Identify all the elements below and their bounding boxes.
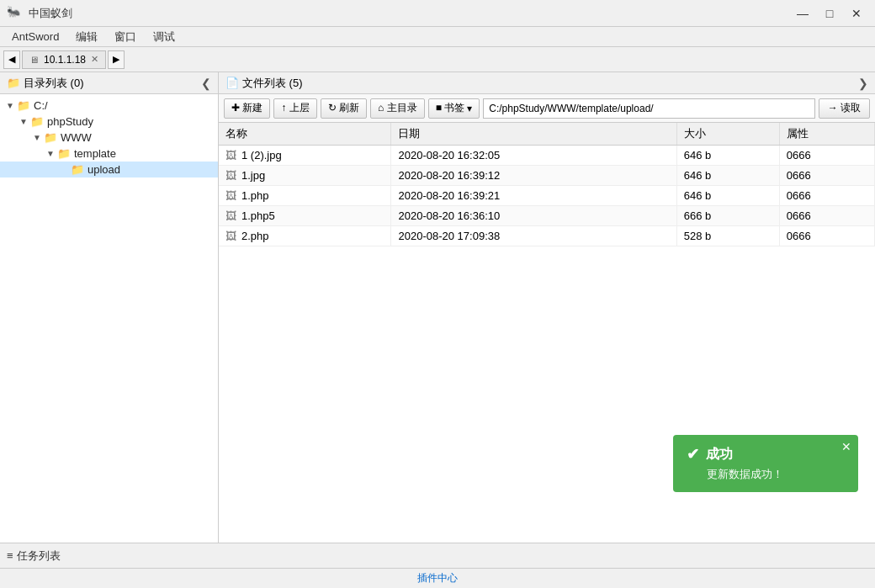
app-icon: 🐜 — [7, 5, 24, 22]
tree-item-www[interactable]: ▼ 📁 WWW — [0, 130, 218, 146]
title-bar: 🐜 中国蚁剑 — □ ✕ — [0, 0, 875, 27]
tab-icon: 🖥 — [29, 55, 39, 65]
left-panel-title: 目录列表 (0) — [24, 76, 84, 91]
left-panel-collapse[interactable]: ❮ — [201, 77, 211, 90]
new-button[interactable]: ✚ 新建 — [224, 98, 270, 119]
folder-icon-phpstudy: 📁 — [30, 115, 44, 128]
tree-item-c[interactable]: ▼ 📁 C:/ — [0, 98, 218, 114]
file-date-cell: 2020-08-20 16:32:05 — [391, 146, 676, 166]
file-name-cell: 🖼1.jpg — [219, 166, 391, 186]
toast-message: 更新数据成功！ — [687, 467, 825, 482]
toast-notification: ✕ ✔ 成功 更新数据成功！ — [673, 435, 858, 492]
file-size-cell: 646 b — [676, 166, 779, 186]
file-attr-cell: 0666 — [779, 206, 874, 226]
menu-edit[interactable]: 编辑 — [67, 28, 106, 46]
folder-icon: 📁 — [7, 77, 20, 89]
tree-toggle-c: ▼ — [3, 101, 17, 110]
file-name-cell: 🖼1.php5 — [219, 206, 391, 226]
maximize-button[interactable]: □ — [818, 5, 841, 22]
left-panel-header: 📁 目录列表 (0) ❮ — [0, 72, 218, 94]
menu-debug[interactable]: 调试 — [145, 28, 183, 46]
tree-label-template: template — [74, 147, 116, 160]
file-icon: 🖼 — [225, 209, 236, 222]
table-row[interactable]: 🖼1.php52020-08-20 16:36:10666 b0666 — [219, 206, 875, 226]
tab-nav-right[interactable]: ▶ — [108, 50, 125, 69]
bookmark-arrow-icon: ▾ — [467, 103, 472, 114]
file-attr-cell: 0666 — [779, 166, 874, 186]
refresh-button[interactable]: ↻ 刷新 — [321, 98, 367, 119]
tree-label-upload: upload — [88, 163, 120, 176]
menu-window[interactable]: 窗口 — [106, 28, 145, 46]
file-icon: 🖼 — [225, 189, 236, 202]
file-attr-cell: 0666 — [779, 226, 874, 246]
file-name-cell: 🖼1 (2).jpg — [219, 146, 391, 166]
window-controls: — □ ✕ — [791, 5, 868, 22]
file-size-cell: 646 b — [676, 186, 779, 206]
col-size: 大小 — [676, 123, 779, 146]
tree-item-upload[interactable]: 📁 upload — [0, 162, 218, 177]
tree-label-phpstudy: phpStudy — [47, 115, 93, 128]
file-name-cell: 🖼2.php — [219, 226, 391, 246]
left-panel-title-area: 📁 目录列表 (0) — [7, 76, 84, 91]
home-button[interactable]: ⌂ 主目录 — [370, 98, 425, 119]
file-icon: 🖼 — [225, 149, 236, 162]
task-bar-label: 任务列表 — [17, 548, 61, 564]
plugin-bar-label: 插件中心 — [417, 571, 458, 585]
col-name: 名称 — [219, 123, 391, 146]
right-panel-title: 文件列表 (5) — [242, 76, 303, 91]
minimize-button[interactable]: — — [791, 5, 814, 22]
tree-label-www: WWW — [61, 131, 92, 144]
file-size-cell: 528 b — [676, 226, 779, 246]
folder-icon-upload: 📁 — [71, 163, 84, 176]
file-name-cell: 🖼1.php — [219, 186, 391, 206]
path-input[interactable] — [483, 98, 814, 119]
table-row[interactable]: 🖼1 (2).jpg2020-08-20 16:32:05646 b0666 — [219, 146, 875, 166]
tree-item-template[interactable]: ▼ 📁 template — [0, 146, 218, 162]
tree-toggle-template: ▼ — [44, 149, 57, 158]
tab-close-icon[interactable]: ✕ — [91, 54, 98, 65]
read-button[interactable]: → 读取 — [819, 98, 870, 119]
folder-icon-www: 📁 — [44, 131, 57, 144]
bookmark-button[interactable]: ■ 书签 ▾ — [428, 98, 480, 119]
file-date-cell: 2020-08-20 16:36:10 — [391, 206, 676, 226]
tree-toggle-phpstudy: ▼ — [17, 117, 30, 126]
task-bar-icon: ≡ — [7, 549, 13, 562]
file-icon: 🖼 — [225, 169, 236, 182]
tab-label: 10.1.1.18 — [44, 54, 86, 66]
tree-item-phpstudy[interactable]: ▼ 📁 phpStudy — [0, 114, 218, 130]
file-date-cell: 2020-08-20 16:39:21 — [391, 186, 676, 206]
file-icon: 🖼 — [225, 230, 236, 242]
up-button[interactable]: ↑ 上层 — [273, 98, 316, 119]
tabs-bar: ◀ 🖥 10.1.1.18 ✕ ▶ — [0, 47, 875, 72]
table-row[interactable]: 🖼1.jpg2020-08-20 16:39:12646 b0666 — [219, 166, 875, 186]
right-panel-title-area: 📄 文件列表 (5) — [225, 76, 303, 91]
file-date-cell: 2020-08-20 16:39:12 — [391, 166, 676, 186]
table-row[interactable]: 🖼1.php2020-08-20 16:39:21646 b0666 — [219, 186, 875, 206]
tab-nav-left[interactable]: ◀ — [3, 50, 20, 69]
toast-title-text: 成功 — [706, 446, 733, 464]
col-attr: 属性 — [779, 123, 874, 146]
left-panel: 📁 目录列表 (0) ❮ ▼ 📁 C:/ ▼ 📁 phpStudy — [0, 72, 219, 543]
right-panel-header: 📄 文件列表 (5) ❯ — [219, 72, 875, 94]
table-row[interactable]: 🖼2.php2020-08-20 17:09:38528 b0666 — [219, 226, 875, 246]
file-table: 名称 日期 大小 属性 🖼1 (2).jpg2020-08-20 16:32:0… — [219, 123, 875, 246]
right-panel-collapse[interactable]: ❯ — [858, 77, 868, 90]
file-list-icon: 📄 — [225, 77, 239, 89]
plugin-bar[interactable]: 插件中心 — [0, 568, 875, 588]
bookmark-label: ■ 书签 — [436, 101, 465, 115]
task-bar: ≡ 任务列表 — [0, 543, 875, 568]
directory-tree: ▼ 📁 C:/ ▼ 📁 phpStudy ▼ 📁 WWW ▼ — [0, 94, 218, 543]
file-size-cell: 666 b — [676, 206, 779, 226]
folder-icon-c: 📁 — [17, 99, 30, 112]
file-date-cell: 2020-08-20 17:09:38 — [391, 226, 676, 246]
menu-antsword[interactable]: AntSword — [3, 29, 67, 45]
file-toolbar: ✚ 新建 ↑ 上层 ↻ 刷新 ⌂ 主目录 ■ 书签 ▾ → 读取 — [219, 94, 875, 123]
file-attr-cell: 0666 — [779, 146, 874, 166]
toast-close-button[interactable]: ✕ — [841, 440, 851, 453]
folder-icon-template: 📁 — [57, 147, 71, 160]
tree-label-c: C:/ — [34, 99, 48, 112]
app-title: 中国蚁剑 — [29, 6, 868, 21]
tab-item-0[interactable]: 🖥 10.1.1.18 ✕ — [22, 50, 106, 69]
close-button[interactable]: ✕ — [845, 5, 868, 22]
menu-bar: AntSword 编辑 窗口 调试 — [0, 27, 875, 47]
